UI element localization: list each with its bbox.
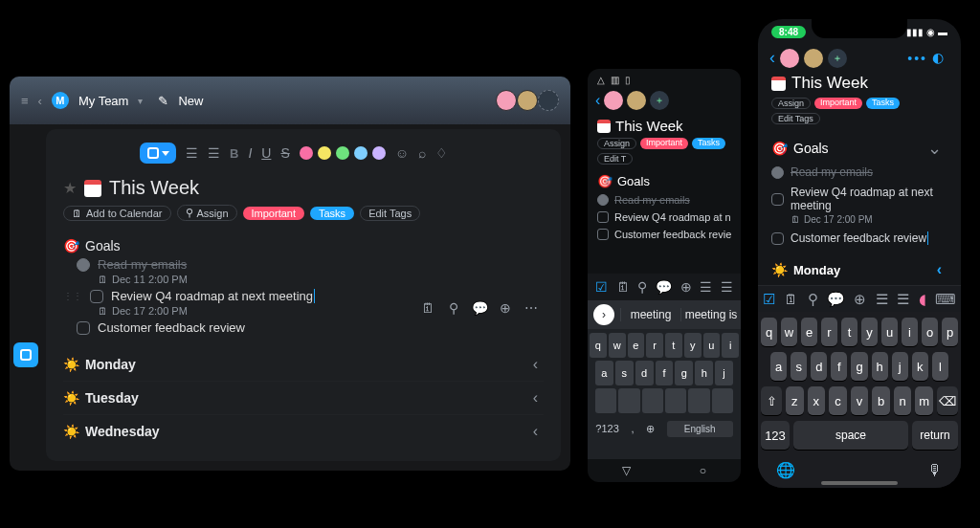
key-k[interactable]: k <box>912 352 928 381</box>
key-d[interactable]: d <box>811 352 827 381</box>
color-purple[interactable] <box>372 146 386 160</box>
day-tuesday[interactable]: ☀️Tuesday‹ <box>63 381 544 414</box>
important-pill[interactable]: Important <box>243 207 304 220</box>
search-icon[interactable]: ⌕ <box>418 145 426 161</box>
key-u[interactable]: u <box>881 318 898 346</box>
page-title[interactable]: This Week <box>109 177 199 199</box>
more-icon[interactable]: ••• <box>907 51 927 66</box>
avatar-2[interactable] <box>627 91 646 110</box>
team-dropdown-icon[interactable]: ▾ <box>138 96 143 106</box>
assign-tag[interactable]: ⚲Assign <box>177 205 237 221</box>
key-h[interactable]: h <box>695 361 713 385</box>
indent-tool-icon[interactable]: ☰ <box>700 279 712 295</box>
day-monday[interactable]: ☀️Monday‹ <box>771 256 947 283</box>
more-action-icon[interactable]: ⋯ <box>523 299 540 317</box>
color-green[interactable] <box>336 146 349 160</box>
checkbox-icon[interactable] <box>90 290 103 303</box>
task-roadmap[interactable]: Review Q4 roadmap at next meeting <box>771 186 947 212</box>
key-q[interactable]: q <box>761 318 777 346</box>
new-label[interactable]: New <box>178 94 203 108</box>
important-pill[interactable]: Important <box>814 98 862 109</box>
indent-tool-icon[interactable]: ☰ <box>876 291 888 308</box>
back-icon[interactable]: ‹ <box>769 48 775 68</box>
key-blank[interactable] <box>642 388 663 413</box>
key-a[interactable]: a <box>770 352 787 381</box>
key-d[interactable]: d <box>635 361 654 385</box>
checkbox-icon[interactable] <box>77 321 90 335</box>
calendar-action-icon[interactable]: 🗓 <box>419 299 436 317</box>
day-monday[interactable]: ☀️Monday‹ <box>63 348 544 381</box>
add-member-icon[interactable] <box>538 90 559 111</box>
avatar-1[interactable] <box>604 91 623 110</box>
shift-key[interactable]: ⇧ <box>761 386 782 415</box>
key-blank[interactable] <box>712 388 733 413</box>
comment-action-icon[interactable]: 💬 <box>471 299 488 317</box>
assign-action-icon[interactable]: ⚲ <box>445 299 462 317</box>
outdent-tool-icon[interactable]: ☰ <box>721 279 733 295</box>
language-key[interactable]: English <box>667 421 733 437</box>
outdent-tool-icon[interactable]: ☰ <box>897 291 909 308</box>
key-f[interactable]: f <box>656 361 674 385</box>
key-h[interactable]: h <box>872 352 888 381</box>
new-note-icon[interactable]: ✎ <box>158 94 168 108</box>
key-blank[interactable] <box>665 388 686 413</box>
add-to-calendar-tag[interactable]: 🗓Add to Calendar <box>63 206 171 221</box>
key-a[interactable]: a <box>595 361 613 385</box>
chevron-down-icon[interactable]: ⌄ <box>927 138 947 159</box>
key-r[interactable]: r <box>821 318 837 346</box>
numbers-key[interactable]: 123 <box>761 421 790 450</box>
key-t[interactable]: t <box>841 318 858 346</box>
suggestion-1[interactable]: meeting <box>620 308 680 321</box>
indent-icon[interactable]: ☰ <box>186 145 198 161</box>
checkbox-tool-icon[interactable]: ☑ <box>595 279 608 295</box>
color-blue[interactable] <box>354 146 368 160</box>
star-icon[interactable]: ★ <box>63 179 77 197</box>
key-p[interactable]: p <box>942 318 958 346</box>
task-feedback[interactable]: Customer feedback review <box>63 317 544 335</box>
edit-tags-tag[interactable]: Edit T <box>597 153 633 165</box>
task-read-emails[interactable]: Read my emails <box>771 165 947 179</box>
home-indicator[interactable] <box>821 481 898 485</box>
backspace-key[interactable]: ⌫ <box>937 386 958 415</box>
chevron-left-icon[interactable]: ‹ <box>533 389 544 407</box>
key-v[interactable]: v <box>851 386 869 415</box>
attach-action-icon[interactable]: ⊕ <box>497 299 514 317</box>
chevron-left-icon[interactable]: ‹ <box>533 356 544 373</box>
key-t[interactable]: t <box>665 333 682 358</box>
key-x[interactable]: x <box>808 386 826 415</box>
edit-tags-tag[interactable]: Edit Tags <box>771 113 820 124</box>
important-pill[interactable]: Important <box>640 138 688 149</box>
calendar-tool-icon[interactable]: 🗓 <box>616 279 630 295</box>
key-s[interactable]: s <box>791 352 807 381</box>
edit-tags-tag[interactable]: Edit Tags <box>360 206 420 221</box>
task-roadmap[interactable]: Review Q4 roadmap at next p <box>597 211 731 223</box>
avatar-1[interactable] <box>780 49 799 68</box>
tasks-pill[interactable]: Tasks <box>310 207 354 220</box>
key-w[interactable]: w <box>781 318 797 346</box>
checkbox-tool-icon[interactable]: ☑ <box>763 291 775 308</box>
tasks-pill[interactable]: Tasks <box>866 98 900 109</box>
bell-icon[interactable]: ♢ <box>435 145 448 161</box>
italic-button[interactable]: I <box>248 145 252 161</box>
key-e[interactable]: e <box>801 318 817 346</box>
key-l[interactable]: l <box>932 352 948 381</box>
key-z[interactable]: z <box>786 386 804 415</box>
strike-button[interactable]: S <box>280 145 289 161</box>
key-i[interactable]: i <box>902 318 918 346</box>
comment-tool-icon[interactable]: 💬 <box>656 279 672 295</box>
nav-home-icon[interactable]: ○ <box>700 464 706 477</box>
underline-button[interactable]: U <box>261 145 271 161</box>
key-w[interactable]: w <box>609 333 626 358</box>
avatar-2[interactable] <box>517 90 538 111</box>
key-g[interactable]: g <box>675 361 693 385</box>
key-blank[interactable] <box>595 388 616 413</box>
comment-tool-icon[interactable]: 💬 <box>827 291 845 308</box>
back-icon[interactable]: ‹ <box>595 92 600 109</box>
mic-icon[interactable]: 🎙 <box>927 462 943 479</box>
app-icon[interactable]: ◐ <box>932 50 949 67</box>
key-blank[interactable] <box>618 388 639 413</box>
color-tool-icon[interactable]: ◖ <box>919 291 926 308</box>
attach-tool-icon[interactable]: ⊕ <box>854 291 866 308</box>
globe-icon[interactable]: ⊕ <box>646 423 655 435</box>
key-j[interactable]: j <box>892 352 908 381</box>
